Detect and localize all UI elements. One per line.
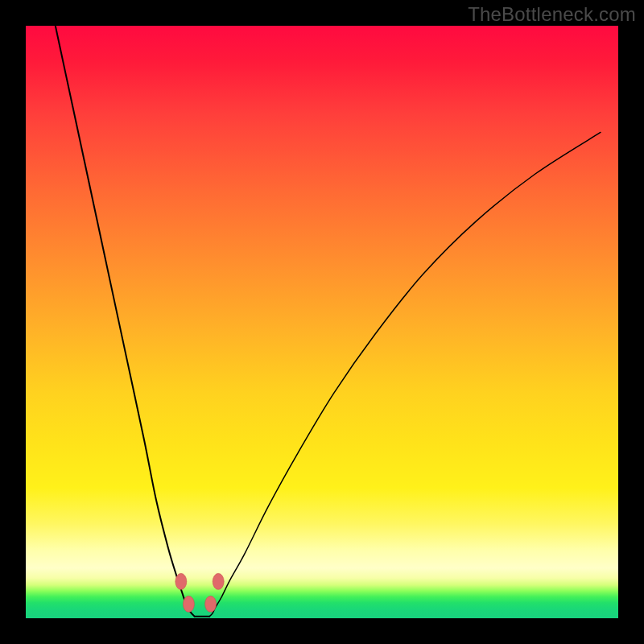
curve-right-branch xyxy=(209,132,601,616)
plot-area xyxy=(26,26,618,618)
chart-frame: TheBottleneck.com xyxy=(0,0,644,644)
curve-marker-0 xyxy=(175,573,187,589)
curve-marker-3 xyxy=(205,596,217,612)
chart-svg xyxy=(26,26,618,618)
curve-marker-1 xyxy=(213,573,224,589)
watermark-text: TheBottleneck.com xyxy=(468,3,636,26)
curve-marker-2 xyxy=(183,596,194,612)
curve-left-branch xyxy=(56,26,195,617)
